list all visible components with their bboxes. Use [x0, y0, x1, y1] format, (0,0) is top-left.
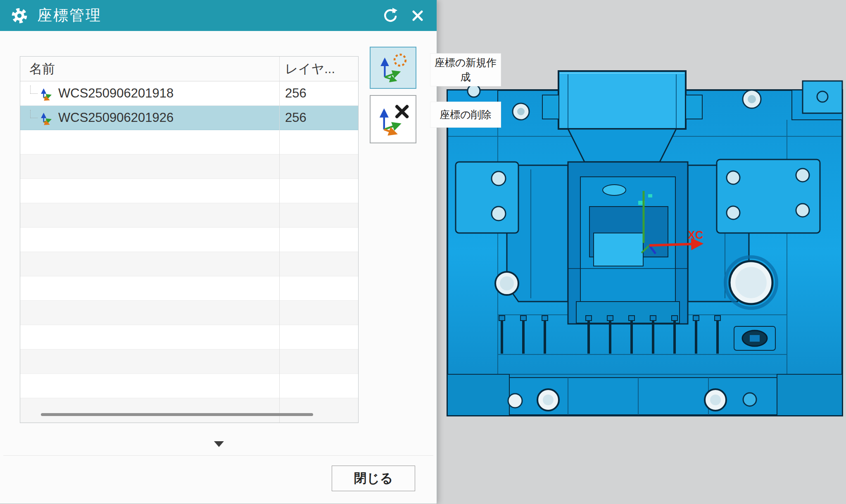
csys-name: WCS250906201918 [58, 86, 173, 101]
close-icon [409, 7, 426, 24]
table-row-empty [20, 349, 358, 374]
table-row-empty [20, 203, 358, 228]
table-row-empty [20, 301, 358, 325]
dialog-title: 座標管理 [37, 5, 102, 26]
tooltip-delete-csys: 座標の削除 [430, 102, 501, 128]
refresh-icon [381, 7, 399, 25]
table-row-empty [20, 130, 358, 155]
gear-icon [11, 7, 28, 24]
table-row-empty [20, 179, 358, 203]
table-row-empty [20, 398, 358, 423]
create-csys-icon [378, 52, 409, 83]
table-row-empty [20, 325, 358, 349]
delete-csys-button[interactable] [370, 95, 416, 143]
column-header-name[interactable]: 名前 [20, 60, 279, 78]
create-csys-button[interactable] [370, 47, 416, 89]
coordinate-list: 名前 レイヤ... WCS250906201918 256 [20, 56, 359, 423]
table-row-empty [20, 228, 358, 252]
delete-csys-icon [377, 103, 410, 136]
csys-triad-icon [38, 110, 54, 126]
tree-connector [30, 86, 38, 94]
column-divider [279, 57, 280, 423]
mold-plate-drawing: XC [444, 70, 846, 418]
close-button[interactable]: 閉じる [332, 466, 415, 491]
tooltip-create-csys: 座標の新規作成 [430, 53, 501, 86]
tree-connector [30, 110, 38, 118]
refresh-button[interactable] [381, 6, 400, 25]
table-row-empty [20, 374, 358, 398]
dialog-header[interactable]: 座標管理 [0, 0, 437, 31]
close-dialog-button[interactable] [408, 6, 427, 25]
footer-divider [3, 455, 433, 456]
chevron-down-icon[interactable] [214, 440, 224, 448]
horizontal-scrollbar[interactable] [41, 413, 313, 416]
column-header-layer[interactable]: レイヤ... [279, 60, 358, 78]
coordinate-manager-dialog: 座標管理 名前 レイヤ... [0, 0, 437, 504]
cad-part-mold-plate[interactable]: XC [444, 70, 846, 418]
csys-name: WCS250906201926 [58, 110, 173, 125]
screen: XC 座標管理 [0, 0, 846, 504]
table-header-row: 名前 レイヤ... [20, 57, 358, 81]
table-row-empty [20, 252, 358, 276]
csys-triad-icon [38, 86, 54, 101]
table-row-wcs-2-selected[interactable]: WCS250906201926 256 [20, 106, 358, 130]
table-row-empty [20, 276, 358, 301]
table-body: WCS250906201918 256 WCS250906201926 [20, 81, 358, 423]
csys-layer: 256 [279, 86, 358, 101]
table-row-empty [20, 155, 358, 179]
csys-layer: 256 [279, 110, 358, 125]
table-row-wcs-1[interactable]: WCS250906201918 256 [20, 81, 358, 106]
axis-label-xc: XC [688, 229, 703, 241]
